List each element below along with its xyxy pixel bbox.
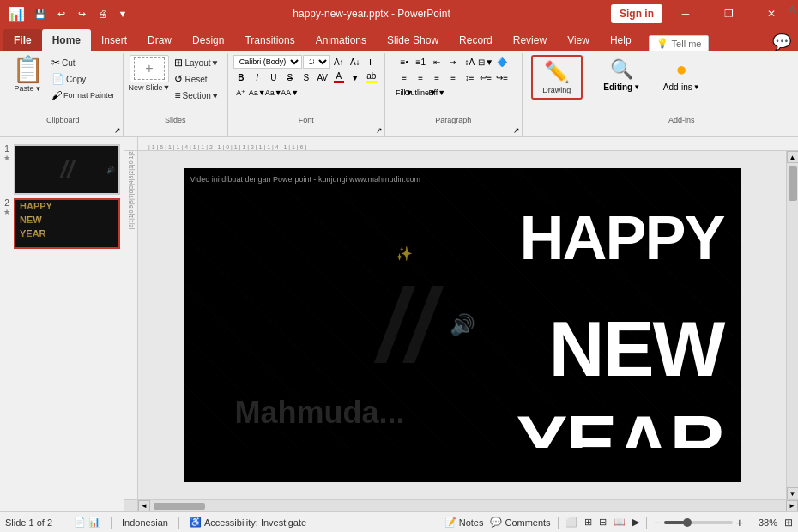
shadow-btn[interactable]: S	[299, 70, 314, 84]
main-canvas[interactable]: // Video ini dibuat dengan Powerpoint - …	[138, 151, 786, 499]
drawing-button[interactable]: ✏️ Drawing	[531, 55, 583, 100]
font-change-case-btn[interactable]: AA▼	[282, 86, 298, 100]
comments-btn[interactable]: 💬 Comments	[490, 517, 550, 528]
tab-file[interactable]: File	[3, 29, 42, 51]
view-normal-btn[interactable]: ⬜	[565, 517, 577, 528]
bullet-btn[interactable]: ≡•	[396, 55, 412, 69]
numbering-btn[interactable]: ≡1	[413, 55, 428, 69]
tab-insert[interactable]: Insert	[91, 29, 137, 51]
zoom-track[interactable]	[664, 521, 733, 524]
rtl-btn[interactable]: ↩≡	[478, 70, 493, 84]
strikethrough-btn[interactable]: S	[282, 70, 298, 84]
new-slide-button[interactable]: + New Slide▼	[129, 55, 171, 92]
tab-help[interactable]: Help	[600, 29, 642, 51]
shape-outline-btn[interactable]: Outline▼	[413, 86, 428, 100]
tab-animations[interactable]: Animations	[305, 29, 377, 51]
ribbon-collapse-btn[interactable]: ∧	[788, 2, 796, 15]
tab-slideshow[interactable]: Slide Show	[377, 29, 449, 51]
scroll-thumb-h[interactable]	[154, 503, 205, 510]
scroll-up-btn[interactable]: ▲	[787, 151, 799, 163]
section-button[interactable]: ≡ Section▼	[172, 88, 221, 103]
font-expand[interactable]: ↗	[376, 126, 383, 135]
tell-me-label[interactable]: Tell me	[672, 39, 702, 49]
shape-effects-btn[interactable]: Eff▼	[429, 86, 444, 100]
tab-transitions[interactable]: Transitions	[234, 29, 305, 51]
increase-font-btn[interactable]: A↑	[331, 55, 347, 69]
zoom-minus-btn[interactable]: −	[654, 516, 661, 529]
scroll-left-btn[interactable]: ◄	[138, 500, 150, 512]
slide-1-thumbnail[interactable]: // 🔊	[14, 144, 120, 195]
smartart-btn[interactable]: 🔷	[494, 55, 510, 69]
font-case-btn[interactable]: Aa▼	[266, 86, 281, 100]
font-color-dropdown[interactable]: ▼	[348, 70, 363, 84]
editing-button[interactable]: 🔍 Editing ▼	[596, 55, 648, 95]
horizontal-scrollbar[interactable]: ◄ ►	[138, 499, 798, 511]
vertical-scrollbar[interactable]: ▲ ▼	[786, 151, 798, 499]
layout-button[interactable]: ⊞ Layout▼	[172, 55, 221, 70]
slide-canvas[interactable]: // Video ini dibuat dengan Powerpoint - …	[184, 168, 741, 482]
tab-review[interactable]: Review	[503, 29, 557, 51]
signin-button[interactable]: Sign in	[611, 4, 662, 23]
increase-indent-btn[interactable]: ⇥	[445, 55, 461, 69]
tab-home[interactable]: Home	[42, 29, 91, 51]
ltr-btn[interactable]: ↪≡	[494, 70, 510, 84]
view-slideshow-btn[interactable]: ▶	[632, 517, 639, 528]
align-right-btn[interactable]: ≡	[429, 70, 444, 84]
copy-button[interactable]: 📄Copy	[49, 71, 118, 87]
tab-record[interactable]: Record	[449, 29, 503, 51]
accessibility-label[interactable]: ♿ Accessibility: Investigate	[190, 517, 306, 528]
bold-btn[interactable]: B	[233, 70, 249, 84]
align-center-btn[interactable]: ≡	[413, 70, 428, 84]
undo-btn[interactable]: ↩	[51, 4, 70, 23]
scroll-down-btn[interactable]: ▼	[787, 487, 799, 499]
zoom-thumb[interactable]	[683, 518, 692, 527]
view-reading-btn[interactable]: 📖	[614, 517, 626, 528]
slide-thumb-1[interactable]: 1 ★ // 🔊	[3, 144, 120, 195]
columns-btn[interactable]: ⊟▼	[478, 55, 493, 69]
cut-button[interactable]: ✂Cut	[49, 55, 118, 70]
minimize-button[interactable]: ─	[666, 0, 705, 27]
text-highlight-btn[interactable]: ab	[364, 70, 379, 84]
tell-me-search[interactable]: 💡 Tell me	[649, 35, 710, 51]
slide-thumb-2[interactable]: 2 ★ HAPPY NEW YEAR	[3, 198, 120, 249]
font-size-select[interactable]: 18	[303, 55, 330, 69]
zoom-level[interactable]: 38%	[750, 517, 777, 528]
more-font-btn[interactable]: Aa▼	[250, 86, 265, 100]
tab-view[interactable]: View	[557, 29, 600, 51]
customize-btn[interactable]: ▼	[113, 4, 132, 23]
underline-btn[interactable]: U	[266, 70, 281, 84]
fit-page-btn[interactable]: ⊞	[784, 517, 793, 529]
paragraph-expand[interactable]: ↗	[513, 126, 520, 135]
view-slide-sorter-btn[interactable]: ⊟	[599, 517, 607, 528]
font-name-select[interactable]: Calibri (Body)	[233, 55, 302, 69]
font-color-btn[interactable]: A	[331, 70, 347, 84]
reset-button[interactable]: ↺ Reset	[172, 71, 221, 87]
scroll-right-btn[interactable]: ►	[786, 500, 798, 512]
align-left-btn[interactable]: ≡	[396, 70, 412, 84]
addins-button[interactable]: ● Add-ins ▼	[658, 55, 705, 95]
redo-btn[interactable]: ↪	[72, 4, 91, 23]
tab-design[interactable]: Design	[182, 29, 234, 51]
clear-format-btn[interactable]: Ⅱ	[364, 55, 379, 69]
text-direction-btn[interactable]: ↕A	[462, 55, 477, 69]
paste-button[interactable]: 📋 Paste▼	[9, 55, 47, 94]
save-btn[interactable]: 💾	[31, 4, 50, 23]
comment-icon[interactable]: 💬	[772, 33, 791, 51]
char-spacing-btn[interactable]: AV	[315, 70, 330, 84]
close-button[interactable]: ✕	[752, 0, 791, 27]
clipboard-expand[interactable]: ↗	[114, 126, 121, 135]
print-btn[interactable]: 🖨	[93, 4, 112, 23]
view-outline-btn[interactable]: ⊞	[584, 517, 592, 528]
format-painter-button[interactable]: 🖌Format Painter	[49, 88, 118, 103]
paste-label[interactable]: Paste▼	[15, 84, 42, 93]
decrease-indent-btn[interactable]: ⇤	[429, 55, 444, 69]
tab-draw[interactable]: Draw	[137, 29, 182, 51]
new-slide-label[interactable]: New Slide▼	[129, 83, 171, 92]
justify-btn[interactable]: ≡	[445, 70, 461, 84]
scroll-thumb-v[interactable]	[789, 166, 797, 201]
zoom-plus-btn[interactable]: +	[736, 516, 743, 529]
italic-btn[interactable]: I	[250, 70, 265, 84]
text-shadow-btn[interactable]: A⁺	[233, 86, 249, 100]
notes-btn[interactable]: 📝 Notes	[444, 517, 484, 528]
line-spacing-btn[interactable]: ↕≡	[462, 70, 477, 84]
